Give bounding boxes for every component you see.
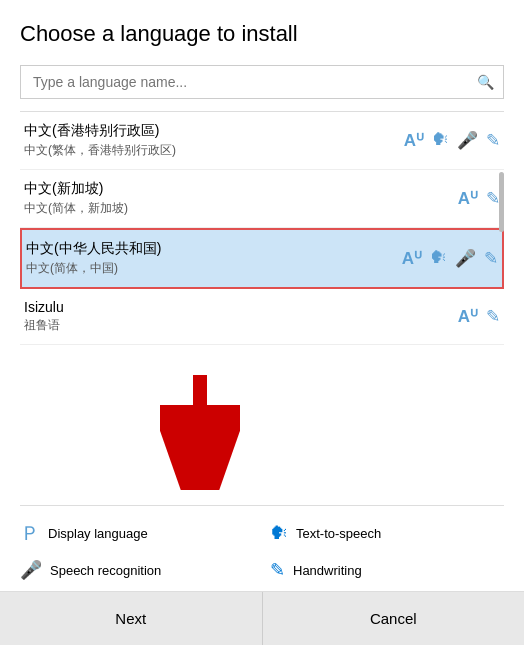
lang-icons: Aᵁ🗣🎤✎ <box>404 130 500 151</box>
lang-native: 中文(简体，新加坡) <box>24 200 128 217</box>
display-icon: Aᵁ <box>458 306 478 327</box>
dialog: Choose a language to install 🔍 中文(香港特别行政… <box>0 0 524 645</box>
legend-display-label: Display language <box>48 526 148 541</box>
footer-buttons: Next Cancel <box>0 591 524 645</box>
handwriting-icon: ✎ <box>484 248 498 269</box>
speech-icon: 🎤 <box>20 559 42 581</box>
handwriting-icon: ✎ <box>486 188 500 209</box>
language-item-isizulu[interactable]: Isizulu 祖鲁语 Aᵁ✎ <box>20 289 504 345</box>
language-item-zh-hk[interactable]: 中文(香港特别行政區) 中文(繁体，香港特别行政区) Aᵁ🗣🎤✎ <box>20 112 504 170</box>
lang-name: 中文(新加坡) <box>24 180 128 198</box>
display-icon: Aᵁ <box>402 248 422 269</box>
lang-name: 中文(中华人民共和国) <box>26 240 161 258</box>
display-icon: Aᵁ <box>404 130 424 151</box>
legend-tts-label: Text-to-speech <box>296 526 381 541</box>
tts-icon: 🗣 <box>270 523 288 544</box>
language-list: 中文(香港特别行政區) 中文(繁体，香港特别行政区) Aᵁ🗣🎤✎ 中文(新加坡)… <box>20 111 504 505</box>
speech-icon: 🎤 <box>455 248 476 269</box>
tts-icon: 🗣 <box>430 248 447 268</box>
language-item-zh-cn[interactable]: 中文(中华人民共和国) 中文(简体，中国) Aᵁ🗣🎤✎ <box>20 228 504 289</box>
page-title: Choose a language to install <box>20 20 504 49</box>
legend-section: Ｐ Display language 🗣 Text-to-speech 🎤 Sp… <box>20 505 504 591</box>
lang-name: Isizulu <box>24 299 64 315</box>
legend-handwriting-label: Handwriting <box>293 563 362 578</box>
handwriting-icon: ✎ <box>486 306 500 327</box>
next-button[interactable]: Next <box>0 592 262 645</box>
tts-icon: 🗣 <box>432 130 449 150</box>
search-input[interactable] <box>20 65 504 99</box>
cancel-button[interactable]: Cancel <box>262 592 525 645</box>
lang-native: 中文(简体，中国) <box>26 260 161 277</box>
legend-handwriting: ✎ Handwriting <box>270 559 504 581</box>
legend-speech-label: Speech recognition <box>50 563 161 578</box>
legend-display: Ｐ Display language <box>20 520 254 547</box>
lang-text: Isizulu 祖鲁语 <box>24 299 64 334</box>
lang-icons: Aᵁ✎ <box>458 306 500 327</box>
lang-native: 中文(繁体，香港特别行政区) <box>24 142 176 159</box>
search-container: 🔍 <box>20 65 504 99</box>
handwriting-icon: ✎ <box>486 130 500 151</box>
lang-name: 中文(香港特别行政區) <box>24 122 176 140</box>
search-icon: 🔍 <box>477 74 494 90</box>
lang-text: 中文(中华人民共和国) 中文(简体，中国) <box>26 240 161 277</box>
handwriting-icon: ✎ <box>270 559 285 581</box>
display-icon: Aᵁ <box>458 188 478 209</box>
legend-tts: 🗣 Text-to-speech <box>270 520 504 547</box>
lang-icons: Aᵁ🗣🎤✎ <box>402 248 498 269</box>
lang-icons: Aᵁ✎ <box>458 188 500 209</box>
legend-speech: 🎤 Speech recognition <box>20 559 254 581</box>
lang-text: 中文(香港特别行政區) 中文(繁体，香港特别行政区) <box>24 122 176 159</box>
language-item-zh-sg[interactable]: 中文(新加坡) 中文(简体，新加坡) Aᵁ✎ <box>20 170 504 228</box>
display-language-icon: Ｐ <box>20 520 40 547</box>
speech-icon: 🎤 <box>457 130 478 151</box>
lang-native: 祖鲁语 <box>24 317 64 334</box>
lang-text: 中文(新加坡) 中文(简体，新加坡) <box>24 180 128 217</box>
